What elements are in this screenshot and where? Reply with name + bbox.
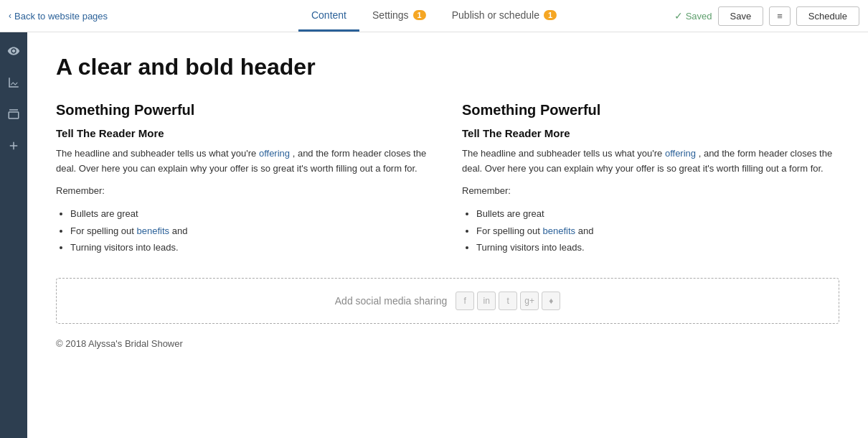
page-title: A clear and bold header bbox=[56, 54, 839, 80]
tab-publish[interactable]: Publish or schedule 1 bbox=[439, 1, 570, 32]
left-heading: Something Powerful bbox=[56, 102, 433, 118]
schedule-button[interactable]: Schedule bbox=[796, 6, 859, 26]
left-bullets: Bullets are great For spelling out benef… bbox=[56, 205, 433, 256]
googleplus-icon: g+ bbox=[520, 292, 539, 310]
social-icons-group: f in t g+ ♦ bbox=[456, 292, 560, 310]
back-chevron-icon: ‹ bbox=[9, 11, 11, 21]
left-body-text1: The headline and subheader tells us what… bbox=[56, 148, 256, 159]
right-subheading: Tell The Reader More bbox=[462, 127, 839, 139]
list-item: For spelling out benefits and bbox=[70, 223, 433, 239]
back-label: Back to website pages bbox=[14, 11, 108, 22]
content-area: A clear and bold header Something Powerf… bbox=[27, 32, 868, 438]
right-bullet2-after: and bbox=[578, 225, 594, 236]
social-sharing-label: Add social media sharing bbox=[335, 295, 447, 307]
left-benefits-link[interactable]: benefits bbox=[137, 225, 170, 236]
nav-tabs: Content Settings 1 Publish or schedule 1 bbox=[298, 1, 570, 32]
main-layout: A clear and bold header Something Powerf… bbox=[0, 32, 868, 438]
left-bullet2-text: For spelling out bbox=[70, 225, 134, 236]
left-column: Something Powerful Tell The Reader More … bbox=[56, 102, 433, 256]
plus-icon[interactable] bbox=[4, 136, 24, 156]
right-heading: Something Powerful bbox=[462, 102, 839, 118]
page-footer: © 2018 Alyssa's Bridal Shower bbox=[56, 338, 839, 349]
saved-indicator: ✓ Saved bbox=[674, 10, 712, 22]
tab-content[interactable]: Content bbox=[298, 1, 359, 32]
list-item: Bullets are great bbox=[70, 205, 433, 222]
box-icon[interactable] bbox=[4, 104, 24, 124]
saved-check-icon: ✓ bbox=[674, 10, 683, 22]
list-item: Turning visitors into leads. bbox=[70, 239, 433, 256]
settings-badge: 1 bbox=[413, 10, 426, 20]
right-bullets: Bullets are great For spelling out benef… bbox=[462, 205, 839, 256]
right-column: Something Powerful Tell The Reader More … bbox=[462, 102, 839, 256]
left-remember-label: Remember: bbox=[56, 184, 433, 199]
eye-icon[interactable] bbox=[4, 41, 24, 61]
saved-label: Saved bbox=[686, 11, 712, 22]
two-column-section: Something Powerful Tell The Reader More … bbox=[56, 102, 839, 256]
right-body-paragraph: The headline and subheader tells us what… bbox=[462, 146, 839, 177]
right-benefits-link[interactable]: benefits bbox=[543, 225, 576, 236]
pinterest-icon: ♦ bbox=[542, 292, 560, 310]
right-body-text1: The headline and subheader tells us what… bbox=[462, 148, 662, 159]
tab-settings[interactable]: Settings 1 bbox=[359, 1, 439, 32]
top-bar: ‹ Back to website pages Content Settings… bbox=[0, 0, 868, 32]
facebook-icon: f bbox=[456, 292, 474, 310]
twitter-icon: t bbox=[499, 292, 517, 310]
social-sharing-block[interactable]: Add social media sharing f in t g+ ♦ bbox=[56, 278, 839, 324]
linkedin-icon: in bbox=[477, 292, 496, 310]
right-bullet2-text: For spelling out bbox=[476, 225, 540, 236]
save-button[interactable]: Save bbox=[718, 6, 764, 26]
nav-right-actions: ✓ Saved Save ≡ Schedule bbox=[674, 6, 859, 26]
more-options-button[interactable]: ≡ bbox=[769, 6, 791, 26]
left-offering-link[interactable]: offering bbox=[259, 148, 290, 159]
list-item: For spelling out benefits and bbox=[476, 223, 839, 239]
sidebar bbox=[0, 32, 27, 438]
left-body-paragraph: The headline and subheader tells us what… bbox=[56, 146, 433, 177]
left-subheading: Tell The Reader More bbox=[56, 127, 433, 139]
back-to-website-link[interactable]: ‹ Back to website pages bbox=[9, 11, 108, 22]
list-item: Turning visitors into leads. bbox=[476, 239, 839, 256]
right-offering-link[interactable]: offering bbox=[665, 148, 696, 159]
list-item: Bullets are great bbox=[476, 205, 839, 222]
right-remember-label: Remember: bbox=[462, 184, 839, 199]
left-bullet2-after: and bbox=[172, 225, 188, 236]
chart-icon[interactable] bbox=[4, 73, 24, 93]
publish-badge: 1 bbox=[544, 10, 557, 20]
